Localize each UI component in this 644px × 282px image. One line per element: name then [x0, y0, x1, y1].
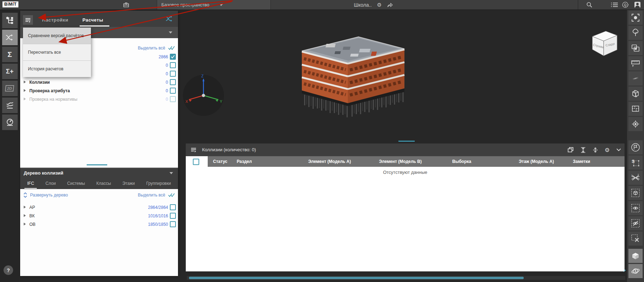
workspace-selector[interactable]: Базовое пространство — [157, 0, 271, 10]
column-section[interactable]: Раздел — [237, 159, 252, 164]
sum-add-tool[interactable]: Σ+ — [2, 64, 18, 79]
svg-text:2: 2 — [638, 174, 639, 176]
notifications-bell-icon[interactable] — [622, 1, 629, 8]
section-box-tool[interactable] — [628, 87, 643, 101]
zoom-fit-tool[interactable] — [628, 11, 643, 25]
checkbox[interactable] — [170, 204, 176, 210]
check-row-collisions[interactable]: Коллизии 0 — [20, 79, 178, 86]
row-label: Проверка атрибута — [29, 88, 70, 93]
menu-item-calc-history[interactable]: История расчетов — [23, 61, 91, 77]
panel-resize-handle[interactable] — [87, 164, 107, 165]
orbit-view-tool[interactable] — [628, 264, 643, 278]
checkbox-checked[interactable] — [170, 54, 176, 60]
tree-row-vk[interactable]: ВК 1016/1016 — [20, 213, 178, 219]
axis-gizmo[interactable]: X Y Z — [180, 72, 226, 118]
column-element-a[interactable]: Элемент (Модель А) — [308, 159, 351, 164]
column-status[interactable]: Статус — [213, 159, 227, 164]
select-all-label[interactable]: Выделить всё — [138, 46, 165, 51]
collapse-rows-icon[interactable] — [593, 147, 598, 153]
tab-layers[interactable]: Слои — [45, 181, 56, 187]
show-volume-tool[interactable] — [628, 186, 643, 200]
tab-groupings[interactable]: Группировки — [146, 181, 171, 187]
share-icon[interactable] — [387, 2, 393, 7]
environment-tool[interactable] — [628, 26, 643, 40]
tab-classes[interactable]: Классы — [96, 181, 111, 187]
tree-row-ar[interactable]: АР 2864/2864 — [20, 204, 178, 211]
tab-settings[interactable]: Настройки — [42, 17, 68, 23]
expand-arrow-icon[interactable] — [24, 206, 26, 208]
checkbox[interactable] — [170, 71, 176, 77]
show-elements-tool[interactable] — [628, 201, 643, 215]
table-settings-gear-icon[interactable]: ⚙ — [605, 147, 610, 153]
briefcase-icon[interactable] — [123, 2, 129, 7]
expand-arrow-icon[interactable] — [24, 214, 26, 217]
checkbox[interactable] — [170, 221, 176, 227]
help-button[interactable]: ? — [4, 265, 13, 275]
checkbox[interactable] — [170, 79, 176, 85]
scrollbar-thumb[interactable] — [189, 277, 524, 279]
horizontal-scrollbar[interactable] — [187, 276, 625, 280]
tab-systems[interactable]: Системы — [67, 181, 85, 187]
checkbox[interactable] — [170, 96, 176, 102]
collision-pairs-tool[interactable]: 12 — [628, 171, 643, 185]
collision-tree-header[interactable]: Дерево коллизий — [20, 168, 178, 178]
charts-tool[interactable] — [2, 98, 18, 113]
column-floor-a[interactable]: Этаж (Модель А) — [519, 159, 554, 164]
check-row-attribute[interactable]: Проверка атрибута 0 — [20, 88, 178, 94]
project-settings-gear-icon[interactable]: ⚙ — [377, 2, 381, 8]
expand-arrow-icon[interactable] — [24, 81, 26, 83]
user-avatar[interactable] — [634, 2, 640, 8]
check-row-normative[interactable]: Проверка на нормативы 0 — [20, 96, 178, 103]
hamburger-arrow-icon[interactable] — [191, 147, 196, 152]
duplicate-icon[interactable] — [568, 147, 574, 153]
checkbox[interactable] — [170, 213, 176, 219]
menu-item-compare-versions[interactable]: Сравнение версий расчётов — [23, 28, 91, 44]
menu-item-recalculate-all[interactable]: Пересчитать все — [23, 44, 91, 61]
sum-tool[interactable]: Σ — [2, 47, 18, 62]
selection-set-tool[interactable]: S — [628, 155, 643, 170]
expand-tree-label[interactable]: Развернуть дерево — [30, 193, 68, 198]
checkbox[interactable] — [170, 62, 176, 68]
fit-height-icon[interactable] — [580, 147, 586, 153]
orbit-icon — [631, 266, 640, 276]
checkbox[interactable] — [170, 88, 176, 94]
floorplan-tool[interactable] — [628, 102, 643, 116]
hide-elements-tool[interactable] — [628, 216, 643, 230]
model-structure-tool[interactable] — [2, 13, 18, 28]
chevron-down-icon[interactable] — [616, 148, 621, 151]
measure-tool[interactable] — [628, 56, 643, 70]
collisions-compare-tool[interactable] — [2, 30, 18, 45]
locate-tool[interactable] — [628, 117, 643, 131]
column-selection[interactable]: Выборка — [452, 159, 471, 164]
column-notes[interactable]: Заметки — [573, 159, 590, 164]
clash-flash-tool[interactable] — [628, 71, 643, 86]
viewport-resize-handle[interactable] — [398, 141, 415, 142]
calculations-menu-button[interactable] — [23, 15, 33, 25]
column-element-b[interactable]: Элемент (Модель B) — [379, 159, 422, 164]
compare-shuffle-icon[interactable] — [165, 15, 174, 22]
tab-floors[interactable]: Этажи — [122, 181, 135, 187]
building-model[interactable] — [288, 29, 422, 131]
select-all-checkbox[interactable] — [193, 159, 199, 165]
expand-arrow-icon[interactable] — [24, 98, 26, 100]
2d-view-tool[interactable]: 2D — [2, 81, 18, 96]
tab-calculations[interactable]: Расчеты — [82, 17, 103, 23]
select-all-label[interactable]: Выделить всё — [138, 193, 165, 198]
shaded-view-tool[interactable] — [628, 249, 643, 263]
clear-selection-tool[interactable] — [628, 231, 643, 246]
isolate-selection-tool[interactable] — [628, 41, 643, 55]
expand-arrow-icon[interactable] — [24, 223, 26, 225]
navigation-cube[interactable]: Справа Сзади — [590, 28, 619, 58]
gauge-tool[interactable] — [2, 114, 18, 130]
expand-arrow-icon[interactable] — [24, 89, 26, 92]
expand-collapse-icon[interactable] — [23, 192, 27, 198]
row-label: АР — [29, 205, 35, 210]
tree-row-ov[interactable]: ОВ 1850/1850 — [20, 221, 178, 228]
search-icon[interactable] — [586, 2, 592, 8]
tab-ifc[interactable]: IFC — [27, 181, 34, 187]
row-count: 0 — [166, 97, 168, 102]
flag-tool[interactable] — [628, 140, 643, 154]
bimit-logo[interactable]: BiMiT — [2, 1, 18, 7]
row-label: ВК — [29, 213, 35, 218]
list-menu-icon[interactable] — [611, 2, 618, 7]
